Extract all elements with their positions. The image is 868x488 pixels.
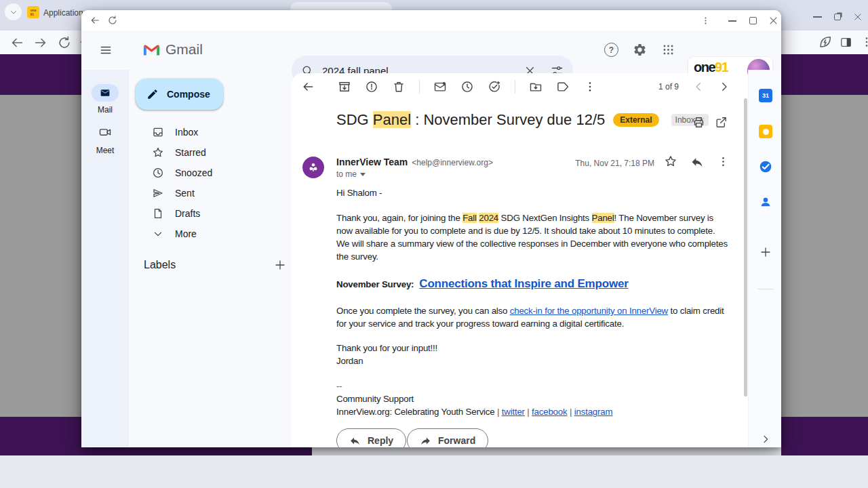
keep-icon[interactable]	[759, 125, 772, 138]
labels-icon[interactable]	[556, 80, 570, 94]
side-panel-divider	[757, 289, 774, 289]
add-to-tasks-icon[interactable]	[488, 80, 501, 94]
send-icon	[152, 187, 164, 199]
external-badge: External	[613, 113, 658, 127]
reply-icon[interactable]	[690, 155, 704, 169]
get-addons-icon[interactable]	[760, 246, 772, 258]
toolbar-divider	[419, 80, 420, 94]
show-side-panel-icon[interactable]	[760, 434, 771, 445]
draft-icon	[152, 207, 164, 220]
add-label-icon[interactable]	[274, 259, 286, 271]
sidebar-item-more[interactable]: More	[137, 224, 283, 244]
rail-meet-label[interactable]: Meet	[81, 146, 129, 155]
meet-camera-icon[interactable]	[98, 125, 112, 139]
sender-avatar[interactable]	[302, 157, 324, 178]
signature-team: Community Support	[336, 392, 728, 405]
inbox-icon	[152, 126, 164, 138]
battery-saver-icon[interactable]	[818, 35, 833, 49]
scrollbar[interactable]	[744, 98, 747, 396]
maximize-icon[interactable]	[749, 17, 757, 24]
refresh-icon[interactable]	[57, 35, 72, 50]
apps-grid-icon[interactable]	[662, 43, 675, 56]
background-tab-title[interactable]: Application	[43, 8, 83, 18]
back-to-list-icon[interactable]	[301, 80, 315, 94]
contacts-icon[interactable]	[759, 195, 772, 209]
more-menu-icon[interactable]	[701, 16, 711, 26]
close-icon[interactable]	[853, 12, 863, 22]
hamburger-menu-icon[interactable]	[100, 44, 112, 56]
background-page-light-strip	[312, 447, 781, 455]
forward-icon	[420, 435, 431, 447]
reply-icon	[349, 435, 361, 447]
close-icon[interactable]	[768, 16, 778, 26]
report-spam-icon[interactable]	[365, 80, 378, 94]
signature-divider: --	[336, 380, 728, 392]
open-in-new-icon[interactable]	[715, 116, 728, 129]
gmail-left-rail: Mail Meet	[81, 70, 129, 447]
newer-email-icon[interactable]	[692, 81, 705, 93]
survey-line: November Survey:Connections that Inspire…	[336, 277, 728, 291]
compose-button[interactable]: Compose	[136, 79, 223, 110]
back-icon[interactable]	[9, 35, 24, 50]
paragraph-2: Once you complete the survey, you can al…	[336, 304, 728, 330]
gmail-logo-text: Gmail	[165, 41, 203, 58]
instagram-link[interactable]: instagram	[574, 407, 613, 417]
more-menu-icon[interactable]	[860, 35, 868, 49]
tab-search-button[interactable]	[5, 3, 22, 20]
sidebar-item-drafts[interactable]: Drafts	[137, 203, 283, 224]
back-icon[interactable]	[90, 15, 100, 26]
survey-label: November Survey:	[336, 279, 414, 289]
email-body: Hi Shalom - Thank you, again, for joinin…	[336, 186, 728, 418]
mark-unread-icon[interactable]	[433, 80, 447, 94]
star-icon[interactable]	[664, 155, 677, 168]
sidebar-item-starred[interactable]: Starred	[137, 142, 283, 163]
pagination-cluster: 1 of 9	[658, 73, 730, 100]
minimize-icon[interactable]	[728, 20, 736, 22]
clock-icon	[152, 167, 164, 179]
gmail-window: Gmail ? one91 Future Ready. Community St…	[81, 10, 781, 447]
email-subject: SDG Panel : November Survey due 12/5	[336, 111, 605, 129]
sidebar-item-sent[interactable]: Sent	[137, 183, 283, 203]
toolbar-divider	[515, 80, 515, 94]
twitter-link[interactable]: twitter	[502, 407, 525, 417]
signer-name: Jordan	[336, 354, 728, 367]
refresh-icon[interactable]	[107, 15, 118, 26]
reply-button[interactable]: Reply	[336, 428, 406, 447]
snooze-icon[interactable]	[460, 80, 474, 94]
sender-name: InnerView Team	[336, 157, 408, 167]
older-email-icon[interactable]	[718, 81, 730, 93]
facebook-link[interactable]: facebook	[532, 407, 567, 417]
calendar-icon[interactable]: 31	[759, 89, 772, 102]
innerview-logo-icon	[307, 161, 319, 174]
rail-mail-label[interactable]: Mail	[81, 105, 129, 115]
help-icon[interactable]: ?	[604, 43, 618, 57]
compose-label: Compose	[167, 89, 210, 100]
sidebar-item-snoozed[interactable]: Snoozed	[137, 163, 283, 183]
sidebar-item-inbox[interactable]: Inbox	[137, 122, 283, 142]
one91-favicon: one91	[27, 6, 39, 18]
tasks-icon[interactable]	[759, 160, 772, 174]
subject-row: SDG Panel : November Survey due 12/5 Ext…	[336, 111, 689, 129]
restore-icon[interactable]	[834, 14, 841, 20]
to-me-dropdown[interactable]: to me	[336, 169, 366, 179]
more-message-options-icon[interactable]	[717, 155, 730, 168]
print-icon[interactable]	[692, 116, 705, 129]
more-options-icon[interactable]	[583, 80, 597, 94]
rail-mail-active-pill[interactable]	[92, 84, 119, 102]
move-to-icon[interactable]	[529, 80, 542, 94]
labels-section-header: Labels	[144, 259, 286, 271]
archive-icon[interactable]	[338, 80, 351, 94]
chevron-down-icon	[152, 228, 164, 240]
sender-address: <help@innerview.org>	[412, 158, 493, 167]
minimize-icon[interactable]	[813, 16, 822, 18]
forward-icon[interactable]	[33, 35, 48, 50]
greeting-line: Hi Shalom -	[336, 186, 728, 199]
forward-button[interactable]: Forward	[407, 428, 488, 447]
survey-link[interactable]: Connections that Inspire and Empower	[419, 277, 628, 290]
gmail-header: Gmail ? one91 Future Ready. Community St…	[81, 30, 781, 70]
checkin-link[interactable]: check-in for the opportunity on InnerVie…	[510, 306, 668, 316]
pagination-label: 1 of 9	[658, 82, 679, 92]
settings-gear-icon[interactable]	[633, 43, 647, 57]
delete-icon[interactable]	[392, 80, 406, 94]
side-panel-icon[interactable]	[840, 36, 852, 49]
